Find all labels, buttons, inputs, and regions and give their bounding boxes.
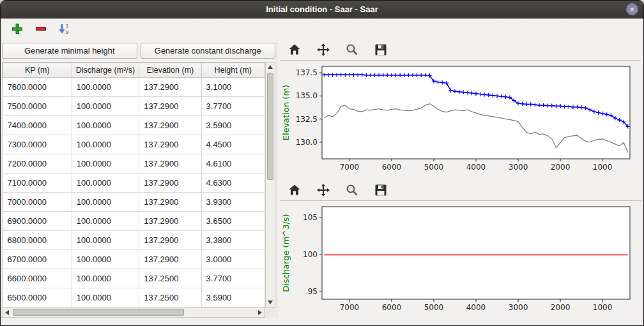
table-cell[interactable]: 6500.0000 <box>3 288 72 307</box>
discharge-zoom-button[interactable] <box>342 181 362 198</box>
close-icon: × <box>630 6 634 13</box>
table-cell[interactable]: 100.0000 <box>72 250 139 269</box>
table-cell[interactable]: 100.0000 <box>72 269 139 288</box>
table-cell[interactable]: 100.0000 <box>72 174 139 193</box>
discharge-chart[interactable]: 700060005000400030002000100095100105Disc… <box>280 203 638 316</box>
horizontal-scrollbar-track[interactable] <box>12 307 256 317</box>
table-cell[interactable]: 4.6100 <box>201 154 264 174</box>
elevation-pan-button[interactable] <box>314 41 333 58</box>
table-cell[interactable]: 100.0000 <box>72 135 139 154</box>
table-header-cell[interactable]: Height (m) <box>201 63 264 78</box>
table-cell[interactable]: 100.0000 <box>72 212 139 231</box>
table-cell[interactable]: 137.2900 <box>139 154 201 174</box>
table-cell[interactable]: 7500.0000 <box>3 97 72 116</box>
table-cell[interactable]: 3.5900 <box>201 288 264 307</box>
vertical-scrollbar-thumb[interactable] <box>267 73 273 180</box>
table-cell[interactable]: 6900.0000 <box>3 212 72 231</box>
horizontal-scrollbar[interactable] <box>2 307 265 318</box>
table-cell[interactable]: 7000.0000 <box>3 193 72 212</box>
table-cell[interactable]: 6800.0000 <box>3 231 72 250</box>
table-cell[interactable]: 7200.0000 <box>3 154 72 174</box>
initial-condition-window: Initial condition - Saar - Saar × 1 9 <box>0 0 644 326</box>
table-cell[interactable]: 100.0000 <box>72 116 139 135</box>
table-cell[interactable]: 3.1000 <box>201 78 264 97</box>
discharge-save-button[interactable] <box>371 181 390 198</box>
y-tick-label: 95 <box>308 287 318 296</box>
right-pane: 7000600050004000300020001000130.0132.513… <box>277 39 643 318</box>
vertical-scrollbar[interactable] <box>265 62 275 307</box>
table-header-cell[interactable]: Elevation (m) <box>139 63 201 78</box>
table-cell[interactable]: 137.2900 <box>139 78 201 97</box>
table-cell[interactable]: 137.2900 <box>139 97 201 116</box>
table-header-cell[interactable]: Discharge (m³/s) <box>72 63 139 78</box>
vertical-scrollbar-track[interactable] <box>266 71 275 298</box>
table-cell[interactable]: 3.0000 <box>201 250 264 269</box>
table-header-cell[interactable]: KP (m) <box>3 63 72 78</box>
table-cell[interactable]: 137.2900 <box>139 116 201 135</box>
elevation-zoom-button[interactable] <box>342 41 362 58</box>
y-tick-label: 132.5 <box>296 115 318 124</box>
scroll-right-arrow[interactable] <box>258 310 262 315</box>
table-cell[interactable]: 137.2900 <box>139 193 201 212</box>
table-cell[interactable]: 100.0000 <box>72 231 139 250</box>
scroll-left-arrow[interactable] <box>5 310 9 315</box>
table-cell[interactable]: 137.2500 <box>139 269 201 288</box>
table-cell[interactable]: 3.7700 <box>201 269 264 288</box>
elevation-save-button[interactable] <box>371 41 390 58</box>
add-row-button[interactable] <box>10 21 25 36</box>
close-button[interactable]: × <box>626 3 638 15</box>
table-cell[interactable]: 137.2900 <box>139 135 201 154</box>
generate-minimal-height-button[interactable]: Generate minimal height <box>2 43 137 59</box>
remove-row-button[interactable] <box>33 21 49 36</box>
table-cell[interactable]: 4.4500 <box>201 135 264 154</box>
table-cell[interactable]: 100.0000 <box>72 193 139 212</box>
main-toolbar: 1 9 <box>1 19 643 39</box>
table-cell[interactable]: 137.2900 <box>139 250 201 269</box>
titlebar[interactable]: Initial condition - Saar - Saar × <box>1 1 643 19</box>
table-region: KP (m)Discharge (m³/s)Elevation (m)Heigh… <box>2 62 265 307</box>
table-cell[interactable]: 4.6300 <box>201 174 264 193</box>
magnifier-icon <box>345 183 359 197</box>
table-cell[interactable]: 3.9300 <box>201 193 264 212</box>
table-cell[interactable]: 7600.0000 <box>3 78 72 97</box>
table-cell[interactable]: 7300.0000 <box>3 135 72 154</box>
table-cell[interactable]: 7400.0000 <box>3 116 72 135</box>
table-cell[interactable]: 3.5900 <box>201 116 264 135</box>
table-cell[interactable]: 100.0000 <box>72 78 139 97</box>
table-row: 7200.0000100.0000137.29004.6100 <box>3 154 265 174</box>
scroll-up-arrow[interactable] <box>268 65 273 69</box>
add-icon <box>11 22 24 35</box>
plot-background <box>322 66 630 159</box>
table-cell[interactable]: 137.2900 <box>139 174 201 193</box>
sort-button[interactable]: 1 9 <box>57 21 72 36</box>
x-tick-label: 6000 <box>382 163 402 172</box>
table-row: 6800.0000100.0000137.29003.3800 <box>3 231 265 250</box>
table-cell[interactable]: 3.7700 <box>201 97 264 116</box>
table-cell[interactable]: 3.6500 <box>201 212 264 231</box>
horizontal-scrollbar-thumb[interactable] <box>13 309 184 316</box>
table-cell[interactable]: 7100.0000 <box>3 174 72 193</box>
discharge-pan-button[interactable] <box>314 181 333 198</box>
x-tick-label: 7000 <box>340 163 360 172</box>
table-row: 7500.0000100.0000137.29003.7700 <box>3 97 265 116</box>
table-cell[interactable]: 6700.0000 <box>3 250 72 269</box>
elevation-home-button[interactable] <box>285 41 304 58</box>
left-pane: Generate minimal height Generate constan… <box>1 39 277 318</box>
table-cell[interactable]: 100.0000 <box>72 154 139 174</box>
table-row: 7100.0000100.0000137.29004.6300 <box>3 174 265 193</box>
table-cell[interactable]: 3.3800 <box>201 231 264 250</box>
table-cell[interactable]: 100.0000 <box>72 97 139 116</box>
sort-number-bottom: 9 <box>66 29 69 35</box>
table-cell[interactable]: 100.0000 <box>72 288 139 307</box>
scroll-down-arrow[interactable] <box>268 300 273 304</box>
y-tick-label: 105 <box>303 213 318 222</box>
table-cell[interactable]: 137.2900 <box>139 212 201 231</box>
table-cell[interactable]: 137.2500 <box>139 288 201 307</box>
discharge-home-button[interactable] <box>285 181 304 198</box>
table-cell[interactable]: 6600.0000 <box>3 269 72 288</box>
elevation-chart[interactable]: 7000600050004000300020001000130.0132.513… <box>280 63 638 176</box>
table-cell[interactable]: 137.2900 <box>139 231 201 250</box>
y-tick-label: 135.0 <box>296 91 318 100</box>
y-tick-label: 100 <box>303 250 318 259</box>
generate-constant-discharge-button[interactable]: Generate constant discharge <box>141 43 276 59</box>
